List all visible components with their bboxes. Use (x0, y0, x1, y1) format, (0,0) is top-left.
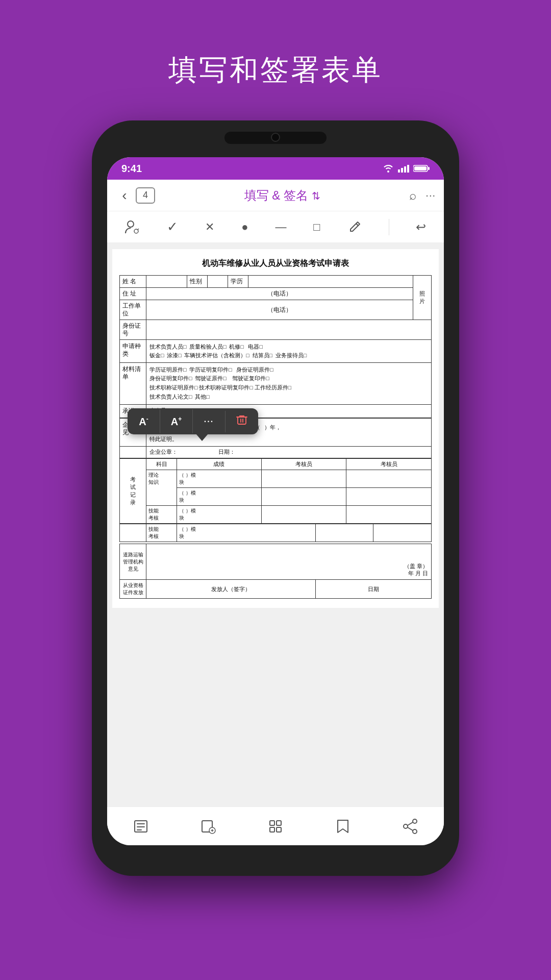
pen-tool[interactable] (347, 220, 362, 234)
svg-point-18 (404, 824, 408, 828)
svg-point-8 (134, 229, 138, 233)
nav-bookmark-button[interactable] (327, 812, 359, 841)
circle-tool[interactable]: ● (241, 220, 248, 234)
doc-paper: 机动车维修从业人员从业资格考试申请表 姓 名 性别 学历 照片 (112, 249, 439, 608)
more-options-button[interactable]: ··· (193, 411, 226, 432)
battery-icon (413, 164, 430, 173)
header-title: 填写 & 签名 (244, 188, 312, 202)
sort-icon[interactable]: ⇅ (312, 190, 320, 202)
edit-icon (201, 819, 216, 834)
doc-title: 机动车维修从业人员从业资格考试申请表 (119, 258, 432, 269)
svg-rect-13 (270, 821, 274, 825)
check-tool[interactable]: ✓ (167, 219, 178, 235)
svg-rect-16 (277, 827, 281, 832)
document-area[interactable]: 机动车维修从业人员从业资格考试申请表 姓 名 性别 学历 照片 (107, 243, 444, 806)
grid-icon (268, 819, 283, 834)
undo-tool[interactable]: ↩ (416, 220, 426, 234)
svg-point-19 (413, 829, 417, 834)
svg-rect-6 (414, 166, 427, 170)
nav-pages-button[interactable] (124, 812, 157, 841)
text-toolbar-popup[interactable]: A- A+ ··· (128, 408, 258, 434)
svg-rect-5 (428, 167, 430, 170)
svg-rect-14 (277, 821, 281, 825)
app-header: ‹ 4 填写 & 签名 ⇅ ⌕ ··· (107, 180, 444, 211)
svg-rect-15 (270, 827, 274, 832)
decrease-font-button[interactable]: A- (128, 409, 160, 434)
status-bar: 9:41 (107, 157, 444, 180)
phone-screen: 9:41 (107, 157, 444, 845)
nav-share-button[interactable] (394, 812, 427, 841)
wifi-icon (383, 164, 394, 173)
page-title: 填写和签署表单 (168, 51, 383, 90)
more-button[interactable]: ··· (425, 189, 436, 201)
status-time: 9:41 (121, 163, 142, 175)
svg-rect-9 (238, 417, 246, 424)
svg-rect-3 (407, 165, 409, 173)
increase-font-button[interactable]: A+ (160, 409, 193, 434)
bottom-nav (107, 806, 444, 845)
rect-tool[interactable]: □ (313, 220, 320, 234)
svg-point-17 (413, 819, 417, 823)
cross-tool[interactable]: ✕ (205, 220, 214, 234)
back-button[interactable]: ‹ (115, 187, 134, 204)
bookmark-icon (336, 819, 349, 834)
signature-tool[interactable] (124, 220, 140, 234)
line-tool[interactable]: — (275, 220, 286, 234)
svg-rect-1 (401, 168, 403, 173)
delete-text-button[interactable] (226, 408, 258, 434)
svg-rect-0 (398, 169, 400, 173)
toolbar: ✓ ✕ ● — □ ↩ (107, 211, 444, 243)
share-icon (403, 819, 418, 834)
search-button[interactable]: ⌕ (409, 188, 416, 203)
nav-grid-button[interactable] (259, 812, 292, 841)
signal-icon (398, 164, 409, 173)
svg-point-7 (128, 221, 134, 227)
page-number-box[interactable]: 4 (136, 187, 155, 204)
phone-frame: 9:41 (92, 120, 459, 876)
nav-edit-button[interactable] (192, 812, 224, 841)
svg-rect-2 (404, 166, 406, 173)
pages-icon (133, 819, 148, 834)
